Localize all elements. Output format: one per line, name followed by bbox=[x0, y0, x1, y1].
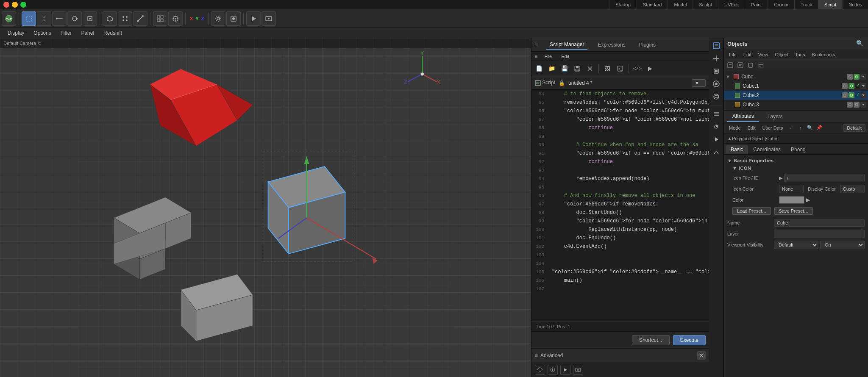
shortcut-button[interactable]: Shortcut... bbox=[632, 335, 670, 345]
script-dropdown[interactable]: ▼ bbox=[692, 79, 706, 87]
adv-btn-1[interactable] bbox=[535, 365, 545, 375]
obj-view-menu[interactable]: View bbox=[755, 50, 772, 59]
code-line[interactable]: 87 "color:#569cd6">if "color:#569cd6">no… bbox=[531, 115, 709, 124]
attrs-layers-tab[interactable]: Layers bbox=[762, 111, 788, 122]
cube-vis2[interactable] bbox=[854, 74, 860, 80]
render-btn[interactable] bbox=[246, 11, 261, 26]
attrs-pin-btn[interactable]: 📌 bbox=[815, 124, 823, 132]
icon-file-value[interactable]: / bbox=[784, 174, 865, 182]
attrs-phong-tab[interactable]: Phong bbox=[786, 145, 811, 154]
menu-display[interactable]: Display bbox=[3, 28, 28, 38]
point-mode-btn[interactable] bbox=[118, 11, 132, 26]
obj-edit-menu[interactable]: Edit bbox=[740, 50, 755, 59]
attrs-section-basic[interactable]: ▼ Basic Properties bbox=[727, 158, 865, 163]
code-line[interactable]: 99 "color:#569cd6">for node "color:#569c… bbox=[531, 217, 709, 225]
new-script-btn[interactable]: 📄 bbox=[533, 63, 545, 75]
object-item-cube[interactable]: ▼ Cube bbox=[724, 72, 868, 81]
attrs-mode-btn[interactable]: Mode bbox=[726, 125, 743, 131]
cube-expand-btn[interactable] bbox=[860, 74, 866, 80]
cube2-vis2[interactable] bbox=[849, 92, 854, 98]
run-btn[interactable]: ▶ bbox=[644, 63, 656, 75]
code-line[interactable]: 90 # Continue when #op and #node are the… bbox=[531, 141, 709, 149]
tab-paint[interactable]: Paint bbox=[745, 0, 768, 9]
tab-startup[interactable]: Startup bbox=[609, 0, 636, 9]
attrs-userdata-btn[interactable]: User Data bbox=[760, 125, 786, 131]
menu-options[interactable]: Options bbox=[29, 28, 55, 38]
app-icon-btn[interactable]: C4D bbox=[2, 11, 16, 26]
attrs-search-btn[interactable]: 🔍 bbox=[806, 124, 814, 132]
code-btn[interactable]: </> bbox=[632, 63, 643, 75]
tab-script[interactable]: Script bbox=[818, 0, 842, 9]
render-settings-btn[interactable] bbox=[226, 11, 241, 26]
grid-btn[interactable] bbox=[153, 11, 167, 26]
save-as-btn[interactable] bbox=[571, 63, 583, 75]
save-script-btn[interactable]: 💾 bbox=[559, 63, 570, 75]
code-line[interactable]: 104 bbox=[531, 259, 709, 268]
load-preset-btn[interactable]: Load Preset... bbox=[732, 207, 771, 215]
adv-btn-3[interactable]: ▶ bbox=[560, 365, 570, 375]
render-vp-btn[interactable] bbox=[262, 11, 276, 26]
rotate-tool-btn[interactable] bbox=[67, 11, 82, 26]
image-script-btn[interactable]: 🖼 bbox=[601, 63, 613, 75]
transform-tool-btn[interactable] bbox=[83, 11, 97, 26]
execute-button[interactable]: Execute bbox=[673, 335, 706, 345]
code-line[interactable]: 96 # And now finally remove all objects … bbox=[531, 191, 709, 200]
snap-btn[interactable] bbox=[168, 11, 183, 26]
save-preset-btn[interactable]: Save Preset... bbox=[774, 207, 813, 215]
vp-vis-right-select[interactable]: On Off bbox=[820, 241, 865, 249]
code-line[interactable]: 92 continue bbox=[531, 158, 709, 166]
cube2-menu-btn[interactable] bbox=[860, 92, 866, 98]
code-line[interactable]: 98 doc.StartUndo() bbox=[531, 208, 709, 217]
obj-tb-4[interactable] bbox=[756, 61, 765, 70]
code-line[interactable]: 100 ReplaceWithInstance(op, node) bbox=[531, 225, 709, 234]
name-input[interactable] bbox=[774, 219, 865, 227]
code-line[interactable]: 89 bbox=[531, 132, 709, 141]
code-line[interactable]: 105"color:#569cd6">if "color:#9cdcfe">__… bbox=[531, 268, 709, 276]
attrs-back-btn[interactable]: ← bbox=[787, 124, 795, 132]
obj-bookmarks-menu[interactable]: Bookmarks bbox=[808, 50, 838, 59]
menu-redshift[interactable]: Redshift bbox=[99, 28, 126, 38]
menu-filter[interactable]: Filter bbox=[56, 28, 76, 38]
translate-icon[interactable] bbox=[710, 53, 722, 64]
material-icon[interactable] bbox=[710, 78, 722, 90]
object-item-cube2[interactable]: Cube.2 ✓ bbox=[724, 91, 868, 100]
cube2-vis1[interactable] bbox=[842, 92, 848, 98]
cube1-vis1[interactable] bbox=[842, 83, 848, 89]
edge-mode-btn[interactable] bbox=[133, 11, 147, 26]
object-manager-icon[interactable] bbox=[710, 40, 722, 52]
select-tool-btn[interactable] bbox=[22, 11, 36, 26]
polygon-mode-btn[interactable] bbox=[103, 11, 117, 26]
layer-value[interactable] bbox=[774, 230, 865, 238]
code-editor[interactable]: 84 # to find objects to remove.85 remove… bbox=[531, 90, 709, 321]
code-line[interactable]: 107 bbox=[531, 285, 709, 293]
cube1-vis2[interactable] bbox=[849, 83, 854, 89]
cube3-menu-btn[interactable] bbox=[860, 102, 866, 108]
code-line[interactable]: 106 main() bbox=[531, 276, 709, 285]
tab-track[interactable]: Track bbox=[794, 0, 818, 9]
tab-standard[interactable]: Standard bbox=[637, 0, 668, 9]
vp-vis-select[interactable]: Default On Off bbox=[774, 241, 818, 249]
obj-tb-2[interactable] bbox=[736, 61, 745, 70]
tab-nodes[interactable]: Nodes bbox=[842, 0, 868, 9]
object-item-cube1[interactable]: Cube.1 ✓ bbox=[724, 81, 868, 91]
obj-object-menu[interactable]: Object bbox=[771, 50, 792, 59]
code-line[interactable]: 86 "color:#569cd6">for node "color:#569c… bbox=[531, 107, 709, 115]
animation-icon[interactable] bbox=[710, 121, 722, 133]
open-script-btn[interactable]: 📁 bbox=[546, 63, 558, 75]
obj-file-menu[interactable]: File bbox=[726, 50, 740, 59]
scale-tool-btn[interactable] bbox=[52, 11, 67, 26]
code-line[interactable]: 93 bbox=[531, 166, 709, 175]
camera-reset-icon[interactable]: ↻ bbox=[38, 41, 42, 46]
close-script-btn[interactable] bbox=[584, 63, 596, 75]
obj-tb-1[interactable] bbox=[726, 61, 735, 70]
code-line[interactable]: 97 "color:#569cd6">if removeNodes: bbox=[531, 200, 709, 208]
window-minimize-btn[interactable] bbox=[12, 2, 18, 8]
icon-color-none[interactable]: None bbox=[779, 185, 804, 193]
advanced-close-btn[interactable]: ✕ bbox=[697, 351, 706, 360]
expressions-tab[interactable]: Expressions bbox=[594, 40, 629, 50]
attrs-subsection-icon[interactable]: ▼ ICON bbox=[732, 166, 865, 171]
viewport[interactable]: Default Camera ↻ bbox=[0, 38, 531, 377]
cube-vis1[interactable] bbox=[847, 74, 853, 80]
color-swatch[interactable] bbox=[779, 196, 804, 204]
attrs-coordinates-tab[interactable]: Coordinates bbox=[748, 145, 786, 154]
